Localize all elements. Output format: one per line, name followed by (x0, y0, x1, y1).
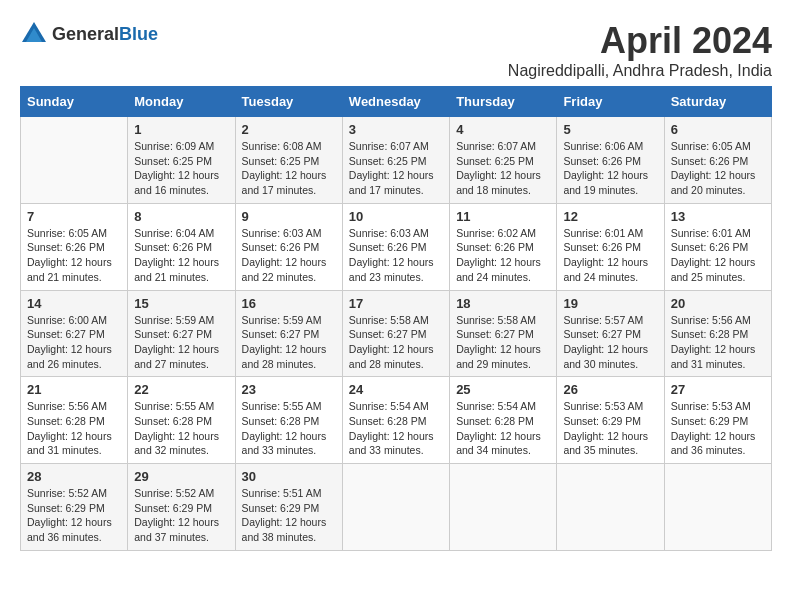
cell-content: Sunrise: 5:54 AM Sunset: 6:28 PM Dayligh… (349, 399, 443, 458)
calendar-cell: 29Sunrise: 5:52 AM Sunset: 6:29 PM Dayli… (128, 464, 235, 551)
day-number: 19 (563, 296, 657, 311)
day-number: 8 (134, 209, 228, 224)
week-row-4: 21Sunrise: 5:56 AM Sunset: 6:28 PM Dayli… (21, 377, 772, 464)
day-header-sunday: Sunday (21, 87, 128, 117)
day-number: 4 (456, 122, 550, 137)
calendar-cell: 3Sunrise: 6:07 AM Sunset: 6:25 PM Daylig… (342, 117, 449, 204)
cell-content: Sunrise: 5:56 AM Sunset: 6:28 PM Dayligh… (671, 313, 765, 372)
calendar-cell: 23Sunrise: 5:55 AM Sunset: 6:28 PM Dayli… (235, 377, 342, 464)
day-number: 25 (456, 382, 550, 397)
week-row-2: 7Sunrise: 6:05 AM Sunset: 6:26 PM Daylig… (21, 203, 772, 290)
logo-text: GeneralBlue (52, 24, 158, 45)
cell-content: Sunrise: 5:52 AM Sunset: 6:29 PM Dayligh… (134, 486, 228, 545)
calendar-cell: 26Sunrise: 5:53 AM Sunset: 6:29 PM Dayli… (557, 377, 664, 464)
calendar-cell: 28Sunrise: 5:52 AM Sunset: 6:29 PM Dayli… (21, 464, 128, 551)
header: GeneralBlue April 2024 Nagireddipalli, A… (20, 20, 772, 80)
calendar-cell: 20Sunrise: 5:56 AM Sunset: 6:28 PM Dayli… (664, 290, 771, 377)
cell-content: Sunrise: 5:53 AM Sunset: 6:29 PM Dayligh… (563, 399, 657, 458)
cell-content: Sunrise: 6:06 AM Sunset: 6:26 PM Dayligh… (563, 139, 657, 198)
cell-content: Sunrise: 6:08 AM Sunset: 6:25 PM Dayligh… (242, 139, 336, 198)
calendar-cell (21, 117, 128, 204)
calendar-cell: 15Sunrise: 5:59 AM Sunset: 6:27 PM Dayli… (128, 290, 235, 377)
day-header-wednesday: Wednesday (342, 87, 449, 117)
cell-content: Sunrise: 6:01 AM Sunset: 6:26 PM Dayligh… (671, 226, 765, 285)
month-title: April 2024 (508, 20, 772, 62)
day-number: 22 (134, 382, 228, 397)
cell-content: Sunrise: 6:03 AM Sunset: 6:26 PM Dayligh… (242, 226, 336, 285)
calendar-cell (664, 464, 771, 551)
calendar-cell: 19Sunrise: 5:57 AM Sunset: 6:27 PM Dayli… (557, 290, 664, 377)
calendar-cell: 16Sunrise: 5:59 AM Sunset: 6:27 PM Dayli… (235, 290, 342, 377)
cell-content: Sunrise: 5:55 AM Sunset: 6:28 PM Dayligh… (134, 399, 228, 458)
cell-content: Sunrise: 6:07 AM Sunset: 6:25 PM Dayligh… (349, 139, 443, 198)
logo-icon (20, 20, 48, 48)
calendar-cell: 25Sunrise: 5:54 AM Sunset: 6:28 PM Dayli… (450, 377, 557, 464)
logo-general: General (52, 24, 119, 44)
calendar-cell: 9Sunrise: 6:03 AM Sunset: 6:26 PM Daylig… (235, 203, 342, 290)
location-title: Nagireddipalli, Andhra Pradesh, India (508, 62, 772, 80)
calendar-cell: 21Sunrise: 5:56 AM Sunset: 6:28 PM Dayli… (21, 377, 128, 464)
day-number: 11 (456, 209, 550, 224)
logo: GeneralBlue (20, 20, 158, 48)
day-number: 3 (349, 122, 443, 137)
week-row-3: 14Sunrise: 6:00 AM Sunset: 6:27 PM Dayli… (21, 290, 772, 377)
week-row-5: 28Sunrise: 5:52 AM Sunset: 6:29 PM Dayli… (21, 464, 772, 551)
cell-content: Sunrise: 5:57 AM Sunset: 6:27 PM Dayligh… (563, 313, 657, 372)
day-number: 17 (349, 296, 443, 311)
day-header-saturday: Saturday (664, 87, 771, 117)
calendar-cell: 5Sunrise: 6:06 AM Sunset: 6:26 PM Daylig… (557, 117, 664, 204)
calendar-cell: 8Sunrise: 6:04 AM Sunset: 6:26 PM Daylig… (128, 203, 235, 290)
calendar-cell (557, 464, 664, 551)
calendar-cell: 1Sunrise: 6:09 AM Sunset: 6:25 PM Daylig… (128, 117, 235, 204)
day-number: 1 (134, 122, 228, 137)
calendar-cell: 17Sunrise: 5:58 AM Sunset: 6:27 PM Dayli… (342, 290, 449, 377)
calendar-cell: 12Sunrise: 6:01 AM Sunset: 6:26 PM Dayli… (557, 203, 664, 290)
calendar-cell: 22Sunrise: 5:55 AM Sunset: 6:28 PM Dayli… (128, 377, 235, 464)
cell-content: Sunrise: 5:54 AM Sunset: 6:28 PM Dayligh… (456, 399, 550, 458)
day-number: 6 (671, 122, 765, 137)
days-of-week-row: SundayMondayTuesdayWednesdayThursdayFrid… (21, 87, 772, 117)
day-number: 24 (349, 382, 443, 397)
cell-content: Sunrise: 6:03 AM Sunset: 6:26 PM Dayligh… (349, 226, 443, 285)
day-number: 9 (242, 209, 336, 224)
calendar-body: 1Sunrise: 6:09 AM Sunset: 6:25 PM Daylig… (21, 117, 772, 551)
day-number: 10 (349, 209, 443, 224)
day-number: 23 (242, 382, 336, 397)
calendar-cell: 14Sunrise: 6:00 AM Sunset: 6:27 PM Dayli… (21, 290, 128, 377)
calendar-cell: 4Sunrise: 6:07 AM Sunset: 6:25 PM Daylig… (450, 117, 557, 204)
calendar-table: SundayMondayTuesdayWednesdayThursdayFrid… (20, 86, 772, 551)
cell-content: Sunrise: 5:58 AM Sunset: 6:27 PM Dayligh… (456, 313, 550, 372)
cell-content: Sunrise: 6:04 AM Sunset: 6:26 PM Dayligh… (134, 226, 228, 285)
day-header-monday: Monday (128, 87, 235, 117)
cell-content: Sunrise: 6:07 AM Sunset: 6:25 PM Dayligh… (456, 139, 550, 198)
day-number: 15 (134, 296, 228, 311)
day-number: 14 (27, 296, 121, 311)
day-number: 29 (134, 469, 228, 484)
day-number: 18 (456, 296, 550, 311)
day-header-thursday: Thursday (450, 87, 557, 117)
calendar-header: SundayMondayTuesdayWednesdayThursdayFrid… (21, 87, 772, 117)
cell-content: Sunrise: 5:51 AM Sunset: 6:29 PM Dayligh… (242, 486, 336, 545)
cell-content: Sunrise: 6:09 AM Sunset: 6:25 PM Dayligh… (134, 139, 228, 198)
calendar-cell: 13Sunrise: 6:01 AM Sunset: 6:26 PM Dayli… (664, 203, 771, 290)
calendar-cell: 10Sunrise: 6:03 AM Sunset: 6:26 PM Dayli… (342, 203, 449, 290)
cell-content: Sunrise: 5:59 AM Sunset: 6:27 PM Dayligh… (134, 313, 228, 372)
day-number: 7 (27, 209, 121, 224)
logo-blue: Blue (119, 24, 158, 44)
calendar-cell: 7Sunrise: 6:05 AM Sunset: 6:26 PM Daylig… (21, 203, 128, 290)
day-number: 20 (671, 296, 765, 311)
cell-content: Sunrise: 6:02 AM Sunset: 6:26 PM Dayligh… (456, 226, 550, 285)
cell-content: Sunrise: 5:55 AM Sunset: 6:28 PM Dayligh… (242, 399, 336, 458)
day-number: 2 (242, 122, 336, 137)
day-header-friday: Friday (557, 87, 664, 117)
day-number: 16 (242, 296, 336, 311)
calendar-cell: 24Sunrise: 5:54 AM Sunset: 6:28 PM Dayli… (342, 377, 449, 464)
day-number: 26 (563, 382, 657, 397)
day-number: 21 (27, 382, 121, 397)
calendar-cell (342, 464, 449, 551)
calendar-cell: 18Sunrise: 5:58 AM Sunset: 6:27 PM Dayli… (450, 290, 557, 377)
day-header-tuesday: Tuesday (235, 87, 342, 117)
cell-content: Sunrise: 6:01 AM Sunset: 6:26 PM Dayligh… (563, 226, 657, 285)
calendar-cell (450, 464, 557, 551)
cell-content: Sunrise: 5:59 AM Sunset: 6:27 PM Dayligh… (242, 313, 336, 372)
